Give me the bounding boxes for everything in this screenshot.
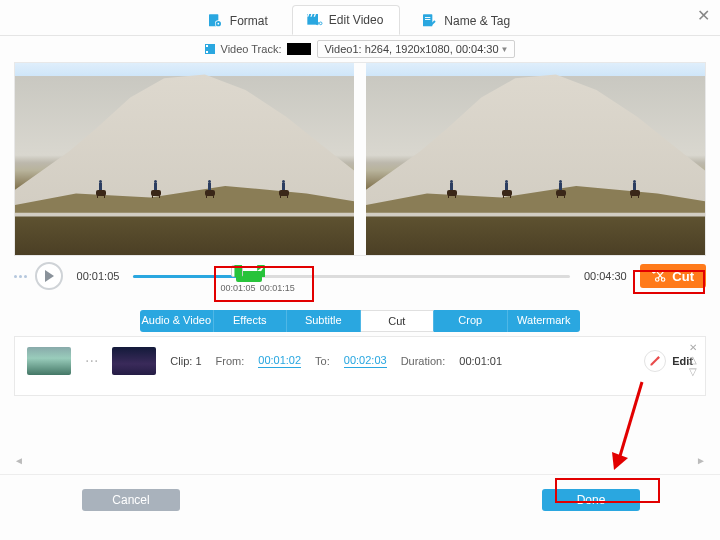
subtab-audio-video[interactable]: Audio & Video [140, 310, 214, 332]
clip-from-value[interactable]: 00:01:02 [258, 354, 301, 368]
clip-duration-label: Duration: [401, 355, 446, 367]
video-track-swatch [287, 43, 311, 55]
cut-out-time: 00:01:15 [260, 283, 295, 293]
svg-rect-12 [425, 17, 430, 18]
original-preview-pane[interactable] [15, 63, 354, 255]
close-icon[interactable]: ✕ [697, 6, 710, 25]
preview-area: ▷ Original Preview 🔍 [14, 62, 706, 256]
timeline-track[interactable]: 00:01:05 00:01:15 [133, 267, 570, 285]
clapper-scissor-icon [305, 12, 323, 28]
done-button[interactable]: Done [542, 489, 640, 511]
cut-button[interactable]: + Cut [640, 264, 706, 288]
subtab-watermark[interactable]: Watermark [508, 310, 581, 332]
edit-subtabs: Audio & Video Effects Subtitle Cut Crop … [140, 310, 580, 332]
video-track-label: Video Track: [221, 43, 282, 55]
svg-marker-24 [651, 357, 659, 365]
footer: Cancel Done [0, 480, 720, 520]
scroll-left-icon[interactable]: ◄ [14, 455, 24, 465]
clip-to-value[interactable]: 00:02:03 [344, 354, 387, 368]
svg-rect-13 [425, 19, 430, 20]
svg-point-10 [319, 22, 322, 25]
svg-marker-18 [45, 270, 54, 282]
remove-clip-icon[interactable]: ✕ [689, 343, 697, 353]
subtab-effects[interactable]: Effects [214, 310, 288, 332]
subtab-crop[interactable]: Crop [434, 310, 508, 332]
clip-to-label: To: [315, 355, 330, 367]
clip-thumb-separator: ··· [85, 352, 98, 370]
cancel-button[interactable]: Cancel [82, 489, 180, 511]
tab-name-tag[interactable]: Name & Tag [408, 7, 526, 35]
filmstrip-icon [205, 44, 215, 54]
svg-rect-16 [206, 45, 208, 47]
timeline-total-time: 00:04:30 [578, 270, 632, 282]
output-preview-pane[interactable] [366, 63, 705, 255]
clip-thumb-start [27, 347, 71, 375]
tab-format[interactable]: Format [194, 7, 284, 35]
clip-index-label: Clip: 1 [170, 355, 201, 367]
clip-thumb-end [112, 347, 156, 375]
drag-dots-icon [14, 275, 27, 278]
svg-point-3 [217, 23, 219, 25]
svg-rect-17 [206, 51, 208, 53]
move-clip-up-icon[interactable]: △ [689, 355, 697, 365]
video-track-row: Video Track: Video1: h264, 1920x1080, 00… [0, 36, 720, 62]
scissor-plus-icon: + [652, 269, 666, 283]
tab-name-tag-label: Name & Tag [444, 14, 510, 28]
cut-button-label: Cut [672, 269, 694, 284]
video-track-selected: Video1: h264, 1920x1080, 00:04:30 [324, 43, 498, 55]
move-clip-down-icon[interactable]: ▽ [689, 367, 697, 377]
clip-duration-value: 00:01:01 [459, 355, 502, 367]
page-pen-icon [420, 13, 438, 29]
chevron-down-icon: ▼ [501, 45, 509, 54]
play-icon [44, 270, 54, 282]
edit-clip-button[interactable] [644, 350, 666, 372]
tab-edit-video[interactable]: Edit Video [292, 5, 401, 35]
svg-text:+: + [652, 269, 656, 276]
clip-from-label: From: [216, 355, 245, 367]
play-button[interactable] [35, 262, 63, 290]
tab-format-label: Format [230, 14, 268, 28]
subtab-subtitle[interactable]: Subtitle [287, 310, 361, 332]
page-gear-icon [206, 13, 224, 29]
timeline-current-time: 00:01:05 [71, 270, 125, 282]
scroll-right-icon[interactable]: ► [696, 455, 706, 465]
subtab-cut[interactable]: Cut [361, 310, 435, 332]
cut-in-handle[interactable] [234, 265, 242, 277]
video-track-select[interactable]: Video1: h264, 1920x1080, 00:04:30 ▼ [317, 40, 515, 58]
timeline-row: 00:01:05 00:01:05 00:01:15 00:04:30 + Cu… [14, 262, 706, 290]
top-tab-bar: Format Edit Video Name & Tag [0, 0, 720, 36]
cut-in-time: 00:01:05 [220, 283, 255, 293]
clip-list-panel: ··· Clip: 1 From: 00:01:02 To: 00:02:03 … [14, 336, 706, 396]
tab-edit-video-label: Edit Video [329, 13, 384, 27]
pencil-icon [649, 355, 661, 367]
